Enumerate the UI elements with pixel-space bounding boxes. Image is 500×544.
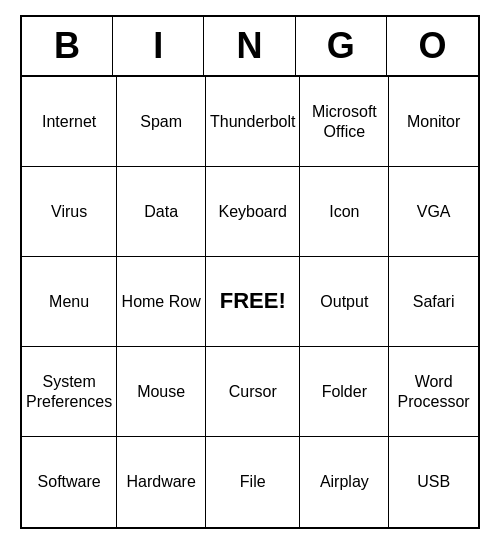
bingo-cell: Thunderbolt: [206, 77, 300, 167]
bingo-cell: File: [206, 437, 300, 527]
bingo-cell: Output: [300, 257, 389, 347]
bingo-cell: Internet: [22, 77, 117, 167]
bingo-cell: Cursor: [206, 347, 300, 437]
bingo-cell: Software: [22, 437, 117, 527]
bingo-cell: Word Processor: [389, 347, 478, 437]
bingo-cell: Data: [117, 167, 206, 257]
bingo-cell: Airplay: [300, 437, 389, 527]
bingo-cell: Mouse: [117, 347, 206, 437]
bingo-cell: Safari: [389, 257, 478, 347]
bingo-cell: Virus: [22, 167, 117, 257]
header-letter: I: [113, 17, 204, 75]
bingo-cell: System Preferences: [22, 347, 117, 437]
bingo-cell: Keyboard: [206, 167, 300, 257]
bingo-cell: Microsoft Office: [300, 77, 389, 167]
bingo-cell: Folder: [300, 347, 389, 437]
header-letter: O: [387, 17, 478, 75]
bingo-card: BINGO InternetSpamThunderboltMicrosoft O…: [20, 15, 480, 529]
bingo-cell: FREE!: [206, 257, 300, 347]
bingo-cell: VGA: [389, 167, 478, 257]
bingo-grid: InternetSpamThunderboltMicrosoft OfficeM…: [22, 77, 478, 527]
header-letter: G: [296, 17, 387, 75]
bingo-cell: Menu: [22, 257, 117, 347]
bingo-cell: Spam: [117, 77, 206, 167]
bingo-cell: Icon: [300, 167, 389, 257]
header-letter: B: [22, 17, 113, 75]
bingo-cell: Monitor: [389, 77, 478, 167]
bingo-header: BINGO: [22, 17, 478, 77]
bingo-cell: Hardware: [117, 437, 206, 527]
bingo-cell: Home Row: [117, 257, 206, 347]
header-letter: N: [204, 17, 295, 75]
bingo-cell: USB: [389, 437, 478, 527]
